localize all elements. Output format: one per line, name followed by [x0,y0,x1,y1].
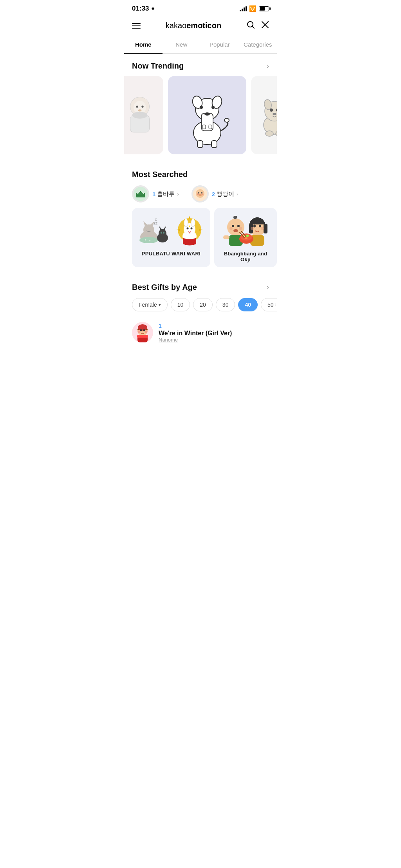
sticker-cards: zZ Z ✦ ✦ [124,208,277,275]
svg-point-6 [136,106,138,108]
gift-info-1: 1 We're in Winter (Girl Ver) Nanome [159,323,269,343]
dropdown-arrow-icon: ▾ [159,302,161,307]
svg-point-40 [197,193,199,195]
rank-name-2: 빵빵이 [217,190,234,198]
gifts-section-header: Best Gifts by Age › [124,283,277,298]
gift-item-1[interactable]: 1 We're in Winter (Girl Ver) Nanome [124,317,277,348]
sticker-card-2-images [218,213,273,247]
svg-line-1 [253,27,255,29]
trending-carousel[interactable] [124,76,277,162]
trending-arrow[interactable]: › [267,62,269,70]
sticker-card-1-name: PPULBATU WARI WARI [136,251,206,257]
gift-rank-num-1: 1 [159,323,269,329]
age-btn-30[interactable]: 30 [216,298,235,311]
signal-icon [240,6,247,11]
svg-point-16 [204,112,210,116]
tab-home[interactable]: Home [124,36,163,53]
svg-point-43 [143,224,154,235]
close-icon[interactable] [261,21,269,31]
svg-rect-22 [211,141,217,148]
svg-marker-54 [163,226,166,230]
svg-point-81 [253,225,256,228]
rank-avatar-2 [191,185,209,203]
svg-rect-80 [264,224,267,233]
svg-text:✦: ✦ [149,240,151,242]
svg-point-67 [191,228,193,230]
header-actions [246,20,269,31]
svg-point-10 [132,112,148,119]
menu-button[interactable] [132,23,141,29]
svg-point-37 [198,192,199,193]
age-filters: Female ▾ 10 20 30 40 50+ [124,298,277,317]
rank-arrow-1: › [177,191,179,197]
svg-point-38 [201,192,202,193]
age-btn-50[interactable]: 50+ [261,298,277,311]
rank-list: 1 뿔바투 › 2 빵빵이 [124,185,277,208]
svg-point-72 [237,225,240,227]
svg-point-82 [259,225,261,228]
svg-rect-20 [209,125,212,129]
most-searched-header: Most Searched [124,170,277,185]
trending-card-main[interactable] [168,76,246,154]
svg-point-36 [196,189,204,198]
rank-arrow-2: › [237,191,238,197]
svg-point-75 [233,229,238,232]
svg-point-55 [161,232,162,234]
svg-point-99 [145,331,148,333]
tab-popular[interactable]: Popular [200,36,239,53]
trending-card-left[interactable] [124,76,163,154]
gift-rank-avatar-1 [132,322,153,343]
gifts-section: Best Gifts by Age › Female ▾ 10 20 30 40… [124,275,277,348]
svg-point-84 [261,227,264,230]
svg-point-28 [270,108,273,112]
svg-rect-77 [223,235,229,239]
sticker-card-1[interactable]: zZ Z ✦ ✦ [132,208,210,267]
svg-point-95 [138,324,147,331]
gift-name-1: We're in Winter (Girl Ver) [159,330,269,337]
svg-point-56 [163,232,164,234]
status-bar: 01:33 ♥ 🛜 [124,0,277,16]
gifts-arrow[interactable]: › [267,283,269,291]
age-btn-10[interactable]: 10 [171,298,190,311]
rank-avatar-1 [132,185,149,203]
svg-point-30 [273,113,276,115]
svg-point-31 [266,131,273,136]
svg-rect-101 [137,335,148,338]
svg-point-66 [187,228,189,230]
tab-categories[interactable]: Categories [239,36,277,53]
gifts-section-title: Best Gifts by Age [132,283,197,292]
age-btn-20[interactable]: 20 [193,298,213,311]
svg-point-90 [245,237,247,239]
svg-point-41 [201,193,203,195]
status-icons: 🛜 [240,5,269,12]
age-btn-40[interactable]: 40 [238,298,258,311]
svg-point-73 [229,227,233,230]
svg-rect-21 [197,141,203,148]
sticker-card-2-name: Bbangbbang and Okji [218,251,273,262]
sticker-card-2[interactable]: Bbangbbang and Okji [214,208,277,267]
status-time: 01:33 [132,5,149,13]
battery-icon [259,6,269,11]
rank-item-2[interactable]: 2 빵빵이 › [191,185,238,203]
sticker-card-1-images: zZ Z ✦ ✦ [136,213,206,247]
svg-point-96 [140,329,142,331]
most-searched-section: Most Searched 1 뿔바투 › [124,162,277,275]
trending-header: Now Trending › [124,61,277,76]
svg-rect-19 [202,125,206,129]
svg-point-98 [138,331,141,333]
svg-text:zZ: zZ [154,221,158,225]
nav-tabs: Home New Popular Categories [124,36,277,54]
rank-info-1: 1 뿔바투 › [152,190,179,198]
svg-point-74 [239,227,242,230]
svg-point-8 [138,109,142,111]
wifi-icon: 🛜 [249,5,256,12]
tab-new[interactable]: New [163,36,201,53]
gender-filter[interactable]: Female ▾ [132,298,168,311]
svg-point-71 [232,225,234,227]
trending-card-right[interactable] [251,76,277,154]
rank-name-1: 뿔바투 [157,190,175,198]
rank-item-1[interactable]: 1 뿔바투 › [132,185,179,203]
svg-marker-44 [143,221,148,226]
search-icon[interactable] [246,20,255,31]
header: kakaoemoticon [124,16,277,36]
